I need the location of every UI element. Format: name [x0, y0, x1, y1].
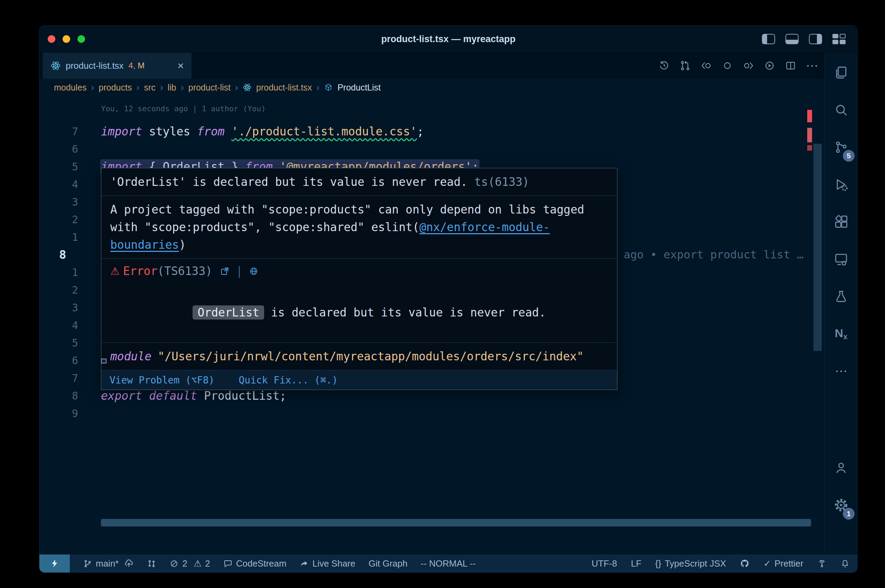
- account-button[interactable]: [825, 448, 857, 488]
- next-change-icon[interactable]: [742, 60, 754, 72]
- tab-bar: product-list.tsx 4, M × ⋯: [39, 52, 825, 79]
- globe-icon[interactable]: [249, 266, 258, 276]
- feedback-button[interactable]: [817, 559, 826, 568]
- search-icon: [834, 102, 849, 117]
- close-window-button[interactable]: [48, 35, 55, 43]
- line-number: 5: [39, 158, 78, 176]
- live-share-label: Live Share: [313, 555, 355, 573]
- current-line-number: 8: [39, 246, 78, 264]
- compare-changes-icon: [147, 559, 156, 568]
- encoding-indicator[interactable]: UTF-8: [592, 558, 617, 569]
- braces-icon: {}: [655, 558, 661, 569]
- timeline-icon[interactable]: [658, 60, 670, 72]
- breadcrumb-item-symbol[interactable]: ProductList: [337, 82, 381, 93]
- minimize-window-button[interactable]: [63, 35, 70, 43]
- tab-product-list[interactable]: product-list.tsx 4, M ×: [43, 52, 192, 79]
- live-share-button[interactable]: Live Share: [300, 555, 355, 573]
- overview-ruler-error-mark: [807, 145, 812, 151]
- line-number: 6: [39, 352, 78, 369]
- sidebar-item-extensions[interactable]: [825, 202, 857, 242]
- remote-explorer-icon: [834, 252, 849, 267]
- pull-request-icon[interactable]: [679, 60, 691, 72]
- sidebar-item-source-control[interactable]: 5: [825, 127, 857, 167]
- chip-message: is declared but its value is never read.: [264, 306, 546, 319]
- sidebar-item-testing[interactable]: [825, 276, 857, 316]
- toggle-sidebar-icon[interactable]: [762, 34, 775, 44]
- vertical-scrollbar[interactable]: [813, 144, 822, 351]
- sidebar-item-remote-explorer[interactable]: [825, 239, 857, 279]
- compare-changes-button[interactable]: [147, 559, 156, 568]
- codelens-blame[interactable]: You, 12 seconds ago | 1 author (You): [101, 104, 266, 113]
- popup-resize-handle[interactable]: [101, 358, 107, 363]
- line-number: 3: [39, 299, 78, 316]
- react-icon: [51, 60, 61, 71]
- chevron-right-icon: ›: [235, 82, 238, 93]
- customize-layout-icon[interactable]: [832, 34, 846, 44]
- sidebar-item-run-debug[interactable]: [825, 165, 857, 204]
- sidebar-item-search[interactable]: [825, 90, 857, 130]
- split-editor-icon[interactable]: [785, 60, 796, 72]
- chevron-right-icon: ›: [316, 82, 319, 93]
- prettier-indicator[interactable]: ✓ Prettier: [763, 558, 804, 569]
- sidebar-item-explorer[interactable]: [825, 52, 857, 93]
- zoom-window-button[interactable]: [77, 35, 85, 43]
- git-graph-label: Git Graph: [368, 555, 407, 573]
- settings-button[interactable]: 1: [825, 485, 857, 525]
- github-icon: [740, 559, 750, 568]
- ts-diagnostic-code: ts(6133): [474, 175, 529, 189]
- titlebar: product-list.tsx — myreactapp: [39, 26, 857, 52]
- line-number: 4: [39, 316, 78, 334]
- chevron-right-icon: ›: [181, 82, 184, 93]
- nx-console-icon: Nx: [835, 327, 847, 341]
- breadcrumb-item-products[interactable]: products: [99, 82, 132, 93]
- share-arrow-icon: [300, 559, 309, 568]
- toggle-secondary-sidebar-icon[interactable]: [809, 34, 822, 44]
- code-line-row: 6: [39, 140, 814, 158]
- ts-diagnostic-row: 'OrderList' is declared but its value is…: [101, 168, 617, 196]
- problems-indicator[interactable]: 2 ⚠ 2: [170, 555, 210, 573]
- remote-indicator[interactable]: [39, 555, 70, 573]
- github-button[interactable]: [740, 559, 750, 568]
- breadcrumb-item-modules[interactable]: modules: [54, 82, 87, 93]
- run-file-icon[interactable]: [764, 60, 775, 72]
- symbol-chip: OrderList: [192, 305, 264, 320]
- status-bar: main* 2 ⚠ 2 CodeStream Live Share Git: [39, 554, 857, 573]
- vim-mode-indicator[interactable]: -- NORMAL --: [421, 555, 476, 573]
- chevron-right-icon: ›: [136, 82, 139, 93]
- radio-tower-icon: [817, 559, 826, 568]
- sidebar-item-nx-console[interactable]: Nx: [825, 314, 857, 354]
- git-graph-button[interactable]: Git Graph: [368, 555, 407, 573]
- breadcrumb-item-file[interactable]: product-list.tsx: [256, 82, 312, 93]
- quick-fix-button[interactable]: Quick Fix... (⌘.): [239, 371, 338, 389]
- breadcrumb-item-src[interactable]: src: [144, 82, 155, 93]
- open-changes-icon[interactable]: [721, 60, 733, 72]
- code-line[interactable]: import styles from './product-list.modul…: [101, 123, 424, 140]
- language-mode-indicator[interactable]: {} TypeScript JSX: [655, 558, 726, 569]
- eol-indicator[interactable]: LF: [631, 558, 641, 569]
- code-line-row: 7 import styles from './product-list.mod…: [39, 123, 814, 140]
- breadcrumb-item-product-list[interactable]: product-list: [188, 82, 231, 93]
- view-problem-button[interactable]: View Problem (⌥F8): [110, 371, 214, 389]
- activity-bar: 5 Nx ⋯ 1: [825, 52, 857, 554]
- notifications-button[interactable]: [840, 559, 850, 568]
- sidebar-item-more[interactable]: ⋯: [825, 351, 857, 391]
- code-editor[interactable]: You, 12 seconds ago | 1 author (You) 7 i…: [39, 96, 825, 554]
- line-number: 3: [39, 193, 78, 211]
- editor-column: product-list.tsx 4, M × ⋯ modules › prod…: [39, 52, 825, 554]
- editor-actions: ⋯: [658, 52, 818, 79]
- eslint-diagnostic-row: A project tagged with "scope:products" c…: [101, 196, 617, 259]
- more-actions-icon[interactable]: ⋯: [806, 59, 818, 72]
- previous-change-icon[interactable]: [700, 60, 712, 72]
- git-branch-indicator[interactable]: main*: [83, 555, 134, 573]
- codestream-button[interactable]: CodeStream: [223, 555, 287, 573]
- breadcrumb-item-lib[interactable]: lib: [168, 82, 176, 93]
- toggle-panel-icon[interactable]: [786, 34, 799, 44]
- inline-blame-annotation: ago • export product list …: [624, 246, 804, 264]
- module-path-row: module"/Users/juri/nrwl/content/myreacta…: [101, 343, 617, 370]
- line-number: 6: [39, 140, 78, 158]
- tab-close-icon[interactable]: ×: [177, 60, 184, 71]
- horizontal-scrollbar[interactable]: [101, 519, 811, 526]
- open-external-icon[interactable]: [220, 266, 230, 276]
- line-number: 1: [39, 228, 78, 246]
- module-path: "/Users/juri/nrwl/content/myreactapp/mod…: [158, 350, 583, 363]
